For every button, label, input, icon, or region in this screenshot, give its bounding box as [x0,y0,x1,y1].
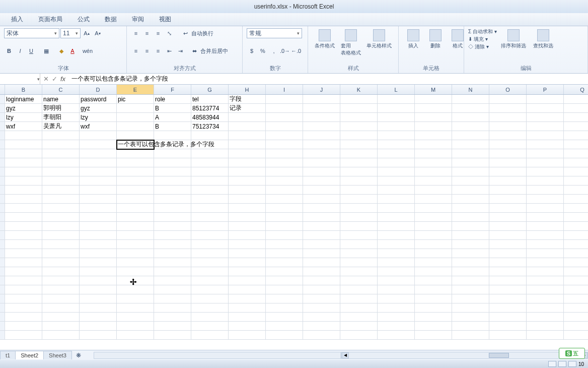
cell[interactable] [489,267,527,276]
cell[interactable] [527,122,564,131]
cell[interactable] [229,231,266,240]
cell[interactable]: 一个表可以包含多条记录，多个字段 [117,140,154,149]
cell[interactable] [229,276,266,285]
scroll-thumb[interactable] [489,353,509,358]
col-H[interactable]: H [229,85,266,94]
cell-style-button[interactable]: 单元格样式 [364,28,394,50]
cell[interactable] [452,285,489,294]
cell[interactable] [452,213,489,222]
cell[interactable] [266,285,303,294]
cell[interactable] [266,122,303,131]
cell[interactable] [266,331,303,340]
cell[interactable] [80,131,117,140]
cell[interactable] [378,149,415,158]
border-button[interactable]: ▦ [41,46,51,56]
cell[interactable] [378,258,415,267]
align-middle-icon[interactable]: ≡ [142,28,152,38]
cell[interactable] [340,303,378,313]
cell[interactable] [229,113,266,122]
cell[interactable] [42,167,80,176]
cell[interactable] [378,294,415,303]
cell[interactable] [80,149,117,158]
align-bottom-icon[interactable]: ≡ [153,28,163,38]
cell[interactable] [80,186,117,195]
cell[interactable] [80,176,117,186]
cell[interactable] [229,240,266,249]
cell[interactable] [5,285,42,294]
fill-button[interactable]: ⬇ 填充 ▾ [468,36,497,43]
cell[interactable] [229,222,266,231]
cell[interactable] [564,158,588,167]
cell[interactable] [5,222,42,231]
font-size-select[interactable]: 11▾ [60,28,81,38]
cell[interactable] [80,195,117,204]
cell[interactable] [117,195,154,204]
cell[interactable] [303,258,340,267]
cell[interactable] [340,322,378,331]
col-G[interactable]: G [191,85,229,94]
cell[interactable] [340,131,378,140]
cell[interactable] [303,213,340,222]
new-sheet-icon[interactable]: ❋ [74,350,84,360]
cell[interactable] [303,331,340,340]
cell[interactable]: role [154,95,191,104]
cell[interactable] [117,222,154,231]
cell[interactable] [154,167,191,176]
cell[interactable] [527,186,564,195]
col-L[interactable]: L [378,85,415,94]
cell[interactable] [564,186,588,195]
cell[interactable] [191,313,229,322]
cell[interactable] [42,222,80,231]
cell[interactable] [154,285,191,294]
col-M[interactable]: M [415,85,452,94]
cell[interactable] [489,276,527,285]
currency-icon[interactable]: $ [247,46,257,56]
cell[interactable] [340,240,378,249]
col-C[interactable]: C [42,85,80,94]
cell[interactable]: wxf [80,122,117,131]
cell[interactable] [340,204,378,213]
cell[interactable] [266,140,303,149]
cell[interactable] [303,195,340,204]
cell[interactable] [191,322,229,331]
cell[interactable] [340,213,378,222]
cell[interactable] [527,231,564,240]
cell[interactable] [527,213,564,222]
col-D[interactable]: D [80,85,117,94]
cell[interactable] [415,167,452,176]
cell[interactable] [340,231,378,240]
cell[interactable] [415,285,452,294]
cell[interactable] [266,267,303,276]
cell[interactable] [452,240,489,249]
cell[interactable] [415,149,452,158]
cell[interactable] [340,167,378,176]
cell[interactable] [489,176,527,186]
cell[interactable] [42,258,80,267]
percent-icon[interactable]: % [258,46,268,56]
cell[interactable] [117,313,154,322]
cell[interactable] [117,186,154,195]
cell[interactable] [303,285,340,294]
cell[interactable] [80,267,117,276]
cell[interactable] [229,303,266,313]
cell[interactable] [80,231,117,240]
cell[interactable] [564,149,588,158]
col-B[interactable]: B [5,85,42,94]
cell[interactable] [80,303,117,313]
cell[interactable] [229,186,266,195]
cell[interactable] [42,231,80,240]
cell[interactable] [489,95,527,104]
cell[interactable] [489,140,527,149]
cell[interactable] [80,249,117,258]
cell[interactable] [527,249,564,258]
cell[interactable] [117,240,154,249]
cell[interactable] [117,213,154,222]
font-name-select[interactable]: 宋体▾ [4,28,59,38]
cell[interactable] [489,240,527,249]
cell[interactable] [489,213,527,222]
cell[interactable] [527,258,564,267]
cell[interactable] [229,149,266,158]
cell[interactable] [527,158,564,167]
cell[interactable] [564,249,588,258]
cell[interactable] [117,176,154,186]
